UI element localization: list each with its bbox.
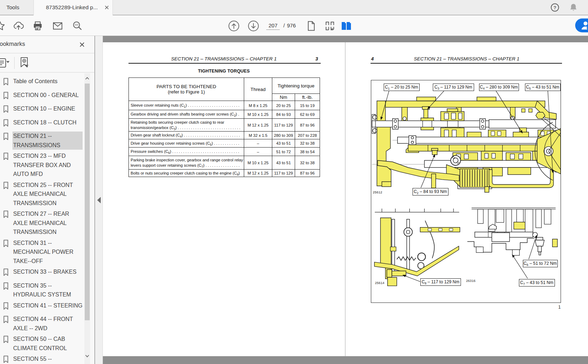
table-title: TIGHTENING TORQUES (103, 69, 345, 74)
callout-c3: C3 – 117 to 129 Nm (433, 84, 474, 91)
bookmark-item[interactable]: SECTION 35 -- HYDRAULIC SYSTEM (0, 281, 84, 299)
part-name: Pressure switches (C6) (131, 149, 171, 154)
close-panel-icon[interactable] (79, 42, 85, 48)
bookmark-icon (3, 355, 9, 363)
bookmark-item[interactable]: SECTION 21 -- TRANSMISSIONS (0, 132, 84, 150)
col-header-ftlb: ft.-lb. (295, 94, 320, 101)
page3-number: 3 (315, 56, 318, 61)
main-toolbar: 207/976 (0, 15, 588, 36)
bookmark-item[interactable]: SECTION 23 -- MFD TRANSFER BOX AND AUTO … (0, 151, 84, 179)
col-header-nm: Nm (272, 94, 295, 101)
bookmark-label: Table of Contents (12, 77, 83, 86)
search-icon[interactable] (72, 20, 83, 32)
table-row: Sleeve cover retaining nuts (C1) . . . .… (129, 101, 320, 110)
page-navigation: 207/976 (266, 22, 296, 30)
bookmark-label: SECTION 00 - GENERAL (12, 91, 83, 100)
scrollbar-thumb[interactable] (85, 84, 90, 320)
bookmark-item[interactable]: SECTION 18 -- CLUTCH (0, 118, 84, 127)
bookmark-icon (3, 282, 9, 290)
help-icon[interactable]: ? (550, 3, 560, 12)
scroll-down-icon[interactable] (84, 353, 90, 359)
bookmarks-list: Table of Contents SECTION 00 - GENERAL S… (0, 77, 84, 364)
tightening-torques-table: PARTS TO BE TIGHTENED (refer to Figure 1… (128, 77, 320, 177)
sidebar-scrollbar[interactable] (84, 73, 90, 364)
bookmark-label: SECTION 44 -- FRONT AXLE -- 2WD (12, 315, 83, 333)
callout-c4: C4 – 280 to 309 Nm (479, 84, 519, 91)
print-icon[interactable] (32, 20, 43, 32)
bookmark-item[interactable]: Table of Contents (0, 77, 84, 86)
callout-c5: C5 – 43 to 51 Nm (525, 84, 561, 91)
table-row: Gearbox driving and driven shafts bearin… (129, 110, 320, 119)
bookmark-icon (3, 268, 9, 276)
table-row: Pressure switches (C6) . . . . . . . . .… (129, 148, 320, 156)
bookmark-item[interactable]: SECTION 33 -- BRAKES (0, 267, 84, 277)
email-icon[interactable] (52, 20, 63, 32)
single-page-icon[interactable] (305, 20, 317, 32)
bookmark-item[interactable]: SECTION 55 -- (0, 354, 84, 364)
bookmark-item[interactable]: SECTION 00 - GENERAL (0, 91, 84, 100)
callout-c6: C6 – 51 to 72 Nm (523, 260, 558, 267)
col-header-thread: Thread (244, 78, 272, 101)
bookmark-item[interactable]: SECTION 25 -- FRONT AXLE MECHANICAL TRAN… (0, 181, 84, 208)
bookmark-item[interactable]: SECTION 50 -- CAB CLIMATE CONTROL (0, 334, 84, 353)
figure-number-label: 26316 (466, 279, 476, 283)
bookmark-item[interactable]: SECTION 31 -- MECHANICAL POWER TAKE--OFF (0, 239, 84, 266)
pdf-page-4[interactable]: 4 SECTION 21 – TRANSMISSIONS – CHAPTER 1… (346, 42, 588, 356)
bookmark-icon (3, 152, 9, 160)
part-name: Sleeve cover retaining nuts (C1) (131, 103, 187, 107)
expand-current-bookmark-icon[interactable] (19, 57, 31, 70)
collapse-panel-icon[interactable] (97, 197, 101, 203)
bookmark-icon (3, 133, 9, 140)
callout-c7: C7 – 43 to 51 Nm (519, 279, 555, 287)
bookmark-label: SECTION 18 -- CLUTCH (12, 118, 83, 127)
notifications-bell-icon[interactable] (569, 3, 578, 12)
bookmark-label: SECTION 41 -- STEERING (12, 301, 83, 310)
page3-header: SECTION 21 – TRANSMISSIONS – CHAPTER 1 (103, 56, 345, 61)
page4-header: SECTION 21 – TRANSMISSIONS – CHAPTER 1 (346, 56, 588, 61)
bookmark-icon (3, 92, 9, 100)
pdf-page-3[interactable]: SECTION 21 – TRANSMISSIONS – CHAPTER 1 3… (103, 42, 345, 356)
part-name: Bolts or nuts securing creeper clutch ca… (131, 171, 240, 175)
scroll-up-icon[interactable] (84, 75, 90, 81)
part-name: Drive gear housing cover retaining screw… (131, 141, 213, 145)
page3-header-rule (128, 63, 321, 64)
bookmarks-panel-header: Bookmarks (0, 36, 94, 53)
col-header-parts: PARTS TO BE TIGHTENED (refer to Figure 1… (129, 78, 244, 101)
bookmark-item[interactable]: SECTION 27 -- REAR AXLE MECHANICAL TRANS… (0, 209, 84, 237)
panel-collapse-strip[interactable] (95, 36, 103, 364)
previous-page-icon[interactable] (228, 20, 240, 32)
cloud-upload-icon[interactable] (13, 20, 24, 32)
bookmark-icon (3, 336, 9, 343)
bookmark-icon (3, 78, 9, 86)
tab-document[interactable]: 87352289-Linked p... (33, 0, 113, 15)
next-page-icon[interactable] (248, 20, 259, 32)
two-page-view-icon[interactable] (341, 20, 352, 32)
bookmark-item[interactable]: SECTION 44 -- FRONT AXLE -- 2WD (0, 315, 84, 333)
bookmark-icon (3, 302, 9, 310)
callout-c8: C8 – 117 to 129 Nm (420, 278, 461, 286)
bookmark-label: SECTION 25 -- FRONT AXLE MECHANICAL TRAN… (12, 181, 83, 208)
bookmark-options-icon[interactable] (0, 58, 13, 68)
bookmarks-toolbar (0, 53, 94, 73)
bookmark-label: SECTION 55 -- (12, 354, 83, 364)
bookmark-label: SECTION 23 -- MFD TRANSFER BOX AND AUTO … (12, 151, 83, 179)
bookmark-label: SECTION 33 -- BRAKES (12, 267, 83, 277)
page-number-input[interactable]: 207 (266, 22, 280, 30)
bookmark-item[interactable]: SECTION 41 -- STEERING (0, 301, 84, 310)
sign-in-button[interactable] (575, 18, 588, 32)
bookmark-label: SECTION 27 -- REAR AXLE MECHANICAL TRANS… (12, 209, 83, 237)
bookmark-label: SECTION 31 -- MECHANICAL POWER TAKE--OFF (12, 239, 83, 266)
bookmarks-panel-title: Bookmarks (0, 41, 25, 47)
svg-text:?: ? (553, 5, 556, 10)
callout-c2: C2 – 84 to 93 Nm (413, 188, 448, 196)
table-row: Drive gear housing cover retaining screw… (129, 139, 320, 148)
bookmark-label: SECTION 21 -- TRANSMISSIONS (12, 132, 83, 150)
tab-tools[interactable]: Tools (0, 0, 33, 15)
bookmark-item[interactable]: SECTION 10 -- ENGINE (0, 104, 84, 113)
close-tab-icon[interactable] (104, 5, 110, 10)
star-icon[interactable] (0, 20, 6, 32)
page4-header-rule (371, 63, 562, 64)
bookmark-icon (3, 210, 9, 218)
part-name: Driven gear shaft locknut (C4) (131, 133, 183, 137)
page-scrolling-icon[interactable] (324, 20, 336, 32)
